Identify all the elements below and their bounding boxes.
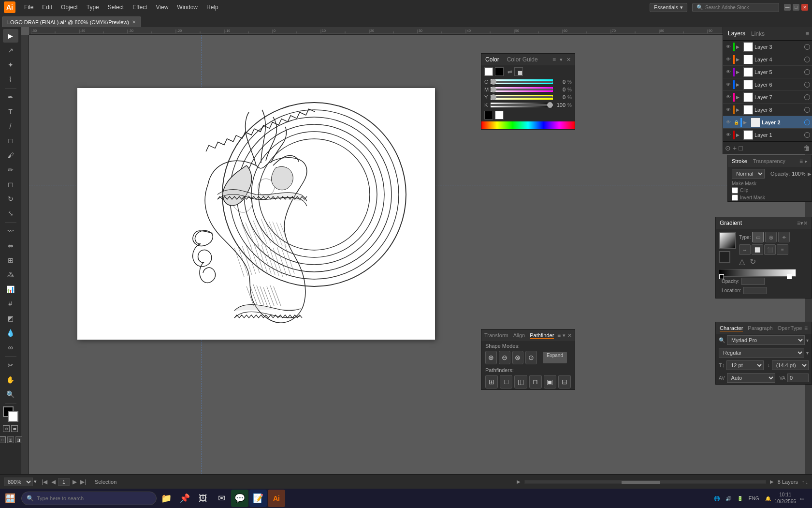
fill-color-swatch[interactable] <box>484 67 493 76</box>
layer-row-6[interactable]: 👁 ▶ Layer 6 <box>723 78 812 91</box>
swap-colors-btn[interactable]: ⇌ <box>508 68 512 75</box>
scissors-tool[interactable]: ✂ <box>3 359 18 372</box>
black-slider[interactable] <box>491 103 553 107</box>
eraser-tool[interactable]: ◻ <box>3 178 18 191</box>
hand-tool[interactable]: ✋ <box>3 373 18 387</box>
merge-btn[interactable]: ◫ <box>514 375 527 388</box>
color-panel-menu[interactable]: ≡ <box>552 56 556 63</box>
clip-checkbox[interactable] <box>732 187 738 194</box>
linear-gradient-btn[interactable]: ▭ <box>752 232 764 242</box>
type-tool[interactable]: T <box>3 105 18 119</box>
layer-visibility-3[interactable]: 👁 <box>725 44 732 49</box>
gradient-stroke-inside[interactable]: ⬜ <box>752 244 763 255</box>
layer-lock-2[interactable]: 🔒 <box>733 120 739 125</box>
scroll-indicator[interactable] <box>524 480 766 484</box>
divide-btn[interactable]: ⊞ <box>485 375 498 388</box>
menu-object[interactable]: Object <box>57 2 82 13</box>
font-dropdown-arrow[interactable]: ▾ <box>806 338 809 343</box>
direct-selection-tool[interactable]: ↗ <box>3 44 18 57</box>
bg-swatch[interactable] <box>495 111 504 120</box>
minus-front-btn[interactable]: ⊖ <box>499 351 510 364</box>
freeform-gradient-btn[interactable]: ⟛ <box>778 232 790 242</box>
layer-row-5[interactable]: 👁 ▶ Layer 5 <box>723 66 812 78</box>
none-fill[interactable]: ⊘ <box>3 425 10 432</box>
taskbar-explorer[interactable]: 📁 <box>158 490 175 507</box>
symbol-sprayer-tool[interactable]: ⁂ <box>3 268 18 282</box>
line-tool[interactable]: / <box>3 120 18 133</box>
gradient-stop-white[interactable] <box>787 274 792 279</box>
layers-tab[interactable]: Layers <box>726 29 747 38</box>
kerning-select[interactable]: Auto <box>727 373 776 383</box>
layers-panel-menu[interactable]: ≡ <box>805 30 809 37</box>
stroke-tab[interactable]: Stroke <box>732 158 747 164</box>
arrange-btn-1[interactable]: ↑ <box>802 479 805 485</box>
layer-row-8[interactable]: 👁 ▶ Layer 8 <box>723 104 812 116</box>
blend-mode-select[interactable]: Normal Multiply Screen <box>732 169 765 179</box>
canvas-content[interactable] <box>29 35 812 493</box>
layer-row-3[interactable]: 👁 ▶ Layer 3 <box>723 41 812 53</box>
pathfinder-panel-menu[interactable]: ≡ <box>557 332 561 339</box>
layer-visibility-6[interactable]: 👁 <box>725 82 732 87</box>
font-style-select[interactable]: Regular Bold Italic <box>719 348 804 358</box>
radial-gradient-btn[interactable]: ◎ <box>765 232 777 242</box>
color-spectrum-bar[interactable] <box>481 121 575 129</box>
width-tool[interactable]: ⇔ <box>3 239 18 253</box>
normal-draw[interactable]: □ <box>0 436 6 443</box>
new-layer-button[interactable]: □ <box>739 144 742 152</box>
layer-row-4[interactable]: 👁 ▶ Layer 4 <box>723 53 812 66</box>
artboard[interactable] <box>77 88 435 340</box>
layer-row-7[interactable]: 👁 ▶ Layer 7 <box>723 91 812 104</box>
layer-visibility-7[interactable]: 👁 <box>725 94 732 100</box>
transform-tab[interactable]: Transform <box>484 332 508 338</box>
workspace-selector[interactable]: Essentials ▾ <box>650 3 687 12</box>
layer-target-1[interactable] <box>804 132 810 138</box>
color-mode-btn[interactable] <box>514 67 523 76</box>
free-transform-tool[interactable]: ⊞ <box>3 254 18 267</box>
maximize-button[interactable]: □ <box>793 4 799 11</box>
next-page-btn[interactable]: ▶ <box>71 478 78 485</box>
yellow-slider[interactable] <box>491 95 553 100</box>
taskbar-pin[interactable]: 📌 <box>176 490 193 507</box>
zoom-select[interactable]: 800% 400% 200% 100% <box>4 478 33 486</box>
layer-visibility-1[interactable]: 👁 <box>725 132 732 137</box>
color-panel-collapse[interactable]: ▾ <box>560 57 563 63</box>
gradient-reverse-btn[interactable]: ↔ <box>739 244 751 255</box>
scale-tool[interactable]: ⤡ <box>3 207 18 220</box>
transparency-tab[interactable]: Transparency <box>753 158 785 164</box>
last-page-btn[interactable]: ▶| <box>79 478 87 485</box>
lasso-tool[interactable]: ⌇ <box>3 73 18 86</box>
minus-back-btn[interactable]: ⊟ <box>558 375 571 388</box>
zoom-tool[interactable]: 🔍 <box>3 388 18 401</box>
delete-layer-button[interactable]: 🗑 <box>803 144 810 152</box>
swap-colors[interactable]: ⇌ <box>11 425 18 432</box>
gradient-location-input[interactable] <box>743 287 767 294</box>
menu-edit[interactable]: Edit <box>38 2 56 13</box>
menu-view[interactable]: View <box>152 2 173 13</box>
cyan-slider[interactable] <box>491 79 553 84</box>
search-stock-box[interactable]: 🔍 Search Adobe Stock <box>692 3 779 12</box>
windows-search-box[interactable]: 🔍 <box>21 492 157 505</box>
layer-row-2[interactable]: 👁 🔒 ▶ Layer 2 <box>723 116 812 129</box>
gradient-panel-menu[interactable]: ≡ <box>797 220 800 226</box>
exclude-btn[interactable]: ⊙ <box>525 351 537 364</box>
tray-sound[interactable]: 🔊 <box>724 495 733 502</box>
menu-select[interactable]: Select <box>104 2 128 13</box>
pen-tool[interactable]: ✒ <box>3 90 18 104</box>
menu-window[interactable]: Window <box>173 2 202 13</box>
rectangle-tool[interactable]: □ <box>3 134 18 148</box>
gradient-opacity-input[interactable] <box>741 278 765 285</box>
gradient-bar[interactable] <box>719 269 796 277</box>
column-graph-tool[interactable]: 📊 <box>3 283 18 296</box>
pathfinder-tab[interactable]: Pathfinder <box>530 332 554 339</box>
magenta-slider[interactable] <box>491 87 553 92</box>
tray-notification[interactable]: 🔔 <box>763 495 773 502</box>
gradient-panel-close[interactable]: ✕ <box>803 220 808 226</box>
font-size-select[interactable]: 12 pt 14 pt <box>726 360 763 370</box>
layer-visibility-5[interactable]: 👁 <box>725 69 732 75</box>
tracking-input[interactable] <box>787 374 809 382</box>
selection-tool[interactable]: ▶ <box>3 29 18 43</box>
draw-inside[interactable]: ◨ <box>15 436 22 443</box>
layer-visibility-4[interactable]: 👁 <box>725 57 732 62</box>
stroke-panel-menu[interactable]: ≡ <box>799 158 803 164</box>
pathfinder-panel-collapse[interactable]: ▾ <box>563 332 566 339</box>
